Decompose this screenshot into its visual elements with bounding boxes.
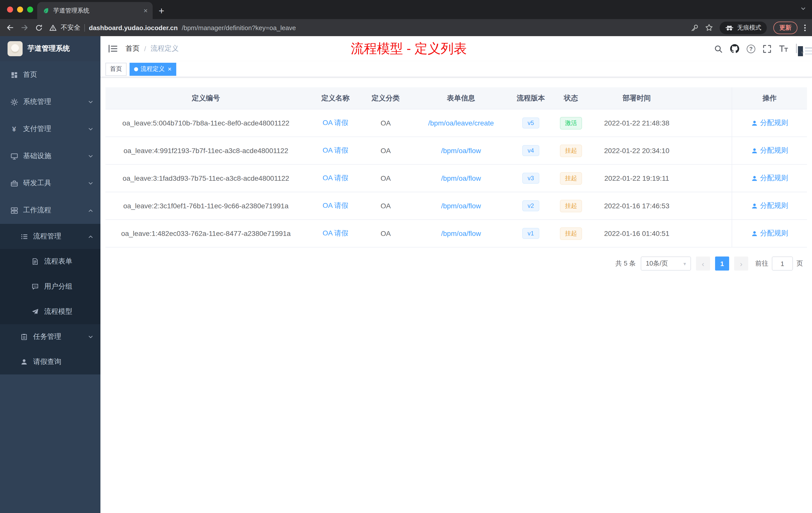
sidebar-item-user-group[interactable]: 用户分组: [0, 274, 100, 299]
sidebar-item-system-management[interactable]: 系统管理: [0, 88, 100, 116]
page-size-select[interactable]: 10条/页 ▾: [641, 256, 691, 271]
reload-icon[interactable]: [35, 24, 43, 31]
avatar[interactable]: ▾: [796, 44, 797, 53]
tab-close-icon[interactable]: ×: [144, 6, 148, 14]
github-icon[interactable]: [730, 44, 739, 53]
tag-home[interactable]: 首页: [106, 62, 126, 76]
pagination-total: 共 5 条: [615, 259, 636, 268]
sidebar-item-payment-management[interactable]: ¥ 支付管理: [0, 116, 100, 143]
sidebar-item-label: 流程表单: [44, 257, 72, 266]
form-link[interactable]: /bpm/oa/flow: [441, 174, 481, 182]
current-page-button[interactable]: 1: [715, 256, 729, 271]
app-logo[interactable]: 芋道管理系统: [0, 36, 100, 61]
form-link[interactable]: /bpm/oa/flow: [441, 230, 481, 237]
assign-rule-link[interactable]: 分配规则: [751, 229, 788, 238]
document-icon: [31, 258, 39, 266]
form-link[interactable]: /bpm/oa/leave/create: [428, 119, 494, 127]
update-button[interactable]: 更新: [773, 21, 798, 34]
breadcrumb-home[interactable]: 首页: [125, 44, 140, 53]
sidebar-item-label: 研发工具: [23, 179, 51, 188]
form-link[interactable]: /bpm/oa/flow: [441, 147, 481, 155]
status-badge: 挂起: [560, 172, 582, 184]
goto-page-input[interactable]: [772, 256, 793, 271]
tab-title: 芋道管理系统: [53, 6, 89, 15]
not-secure-warning-icon[interactable]: [49, 24, 57, 31]
sidebar-item-infrastructure[interactable]: 基础设施: [0, 143, 100, 170]
incognito-label: 无痕模式: [737, 23, 761, 32]
definition-id: oa_leave:5:004b710b-7b8a-11ec-8ef0-acde4…: [106, 119, 306, 127]
definition-category: OA: [365, 202, 407, 210]
tag-label: 首页: [110, 65, 122, 73]
tag-process-definition[interactable]: 流程定义 ×: [129, 62, 176, 76]
deploy-time: 2022-01-22 20:34:10: [596, 147, 678, 155]
page-size-value: 10条/页: [646, 259, 668, 268]
sidebar-item-home[interactable]: 首页: [0, 61, 100, 88]
sidebar-item-process-model[interactable]: 流程模型: [0, 299, 100, 324]
browser-menu-icon[interactable]: [804, 24, 806, 31]
assign-rule-link[interactable]: 分配规则: [751, 146, 788, 155]
definition-name-link[interactable]: OA 请假: [323, 174, 348, 183]
close-window-button[interactable]: [7, 6, 13, 12]
status-badge: 挂起: [560, 200, 582, 212]
breadcrumb: 首页 / 流程定义: [125, 44, 179, 53]
active-dot: [134, 67, 138, 71]
assign-rule-link[interactable]: 分配规则: [751, 118, 788, 127]
column-header: 定义分类: [365, 94, 407, 103]
incognito-spy-icon: [725, 24, 734, 31]
app-title: 芋道管理系统: [28, 44, 70, 53]
column-header: 状态: [546, 94, 596, 103]
definition-name-link[interactable]: OA 请假: [323, 229, 348, 238]
font-size-icon[interactable]: [779, 45, 788, 53]
paper-plane-icon: [31, 308, 39, 316]
definition-name-link[interactable]: OA 请假: [323, 118, 348, 127]
fullscreen-icon[interactable]: [763, 44, 771, 53]
key-icon[interactable]: [691, 24, 698, 31]
zoom-window-button[interactable]: [27, 6, 33, 12]
sidebar-item-task-management[interactable]: 任务管理: [0, 324, 100, 350]
browser-tab[interactable]: 芋道管理系统 ×: [37, 2, 153, 19]
sidebar-item-leave-query[interactable]: 请假查询: [0, 350, 100, 374]
sidebar-item-workflow[interactable]: 工作流程: [0, 197, 100, 224]
table-header-row: 定义编号 定义名称 定义分类 表单信息 流程版本 状态 部署时间 操作: [106, 87, 807, 110]
next-page-button[interactable]: ›: [734, 256, 748, 271]
table-row: oa_leave:5:004b710b-7b8a-11ec-8ef0-acde4…: [106, 110, 807, 137]
clipboard-icon: [20, 333, 28, 341]
version-tag: v1: [522, 228, 539, 239]
browser-window: 芋道管理系统 × + 不安全 dashboard.yudao.iocoder.c…: [0, 0, 812, 513]
toolbar-actions: 无痕模式 更新: [691, 21, 806, 34]
sidebar-item-label: 支付管理: [23, 124, 51, 133]
chevron-down-icon: [88, 334, 93, 339]
definition-id: oa_leave:3:1fad3d93-7b75-11ec-a3c8-acde4…: [106, 174, 306, 182]
window-controls: [7, 6, 33, 12]
back-icon[interactable]: [6, 24, 14, 32]
definition-category: OA: [365, 147, 407, 155]
assign-rule-link[interactable]: 分配规则: [751, 174, 788, 183]
main-panel: 首页 / 流程定义 流程模型 - 定义列表 ?: [100, 36, 812, 513]
assign-rule-link[interactable]: 分配规则: [751, 201, 788, 210]
sidebar-item-process-form[interactable]: 流程表单: [0, 249, 100, 274]
forward-icon[interactable]: [21, 24, 29, 32]
bookmark-star-icon[interactable]: [705, 24, 713, 32]
status-badge: 挂起: [560, 227, 582, 240]
tab-search-chevron-icon[interactable]: [801, 6, 806, 11]
column-header: 定义编号: [106, 94, 306, 103]
sidebar-item-label: 首页: [23, 70, 37, 79]
form-link[interactable]: /bpm/oa/flow: [441, 202, 481, 210]
definition-name-link[interactable]: OA 请假: [323, 201, 348, 210]
prev-page-button[interactable]: ‹: [696, 256, 710, 271]
sidebar-item-process-management[interactable]: 流程管理: [0, 224, 100, 249]
help-icon[interactable]: ?: [747, 44, 755, 53]
hamburger-icon[interactable]: [109, 45, 117, 53]
logo-image: [7, 41, 23, 56]
address-bar[interactable]: 不安全 dashboard.yudao.iocoder.cn /bpm/mana…: [49, 23, 685, 32]
minimize-window-button[interactable]: [17, 6, 23, 12]
navbar-actions: ? ▾: [714, 44, 804, 53]
version-tag: v4: [522, 145, 539, 156]
sidebar-item-dev-tools[interactable]: 研发工具: [0, 170, 100, 197]
definition-name-link[interactable]: OA 请假: [323, 146, 348, 155]
new-tab-button[interactable]: +: [159, 6, 164, 16]
tag-close-icon[interactable]: ×: [168, 66, 172, 72]
tags-view-bar: 首页 流程定义 ×: [100, 61, 812, 77]
search-icon[interactable]: [714, 44, 723, 53]
dashboard-icon: [10, 71, 18, 79]
